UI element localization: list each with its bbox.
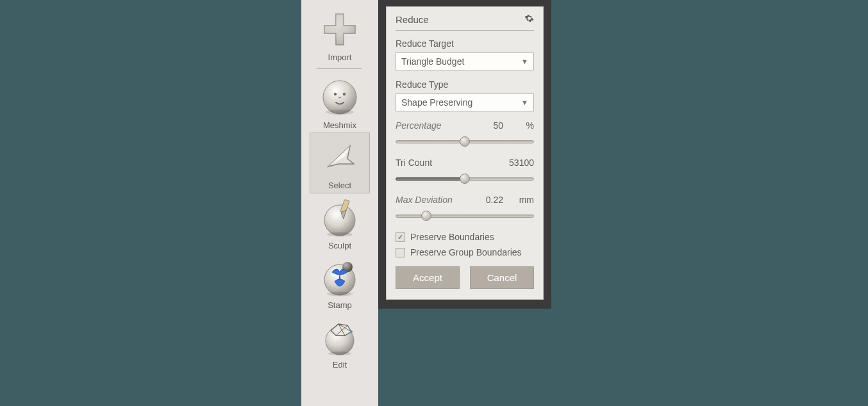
toolbar-item-edit[interactable]: Edit bbox=[310, 313, 370, 372]
svg-point-12 bbox=[350, 330, 353, 333]
toolbar-label-stamp: Stamp bbox=[328, 300, 352, 310]
tri-count-slider[interactable] bbox=[396, 173, 534, 184]
svg-point-3 bbox=[343, 93, 346, 95]
arrow-cursor-icon bbox=[319, 137, 360, 178]
reduce-target-label: Reduce Target bbox=[396, 38, 534, 49]
tri-count-value: 53100 bbox=[509, 158, 534, 168]
chevron-down-icon: ▼ bbox=[521, 58, 528, 65]
max-deviation-unit: mm bbox=[515, 195, 534, 205]
svg-point-1 bbox=[326, 110, 354, 115]
toolbar-label-sculpt: Sculpt bbox=[328, 241, 351, 250]
toolbar-label-select: Select bbox=[328, 181, 351, 190]
tri-count-row: Tri Count 53100 bbox=[396, 158, 534, 168]
tri-count-label: Tri Count bbox=[396, 158, 432, 168]
panel-buttons: Accept Cancel bbox=[396, 266, 534, 289]
max-deviation-label: Max Deviation bbox=[396, 195, 453, 205]
panel-title: Reduce bbox=[396, 14, 429, 25]
stamp-icon bbox=[319, 257, 360, 298]
svg-point-8 bbox=[327, 292, 353, 296]
percentage-label: Percentage bbox=[396, 120, 442, 131]
toolbar-item-import[interactable]: Import bbox=[310, 5, 370, 65]
preserve-boundaries-label: Preserve Boundaries bbox=[410, 232, 494, 242]
checkbox-icon: ✓ bbox=[396, 232, 405, 242]
percentage-unit: % bbox=[515, 120, 534, 131]
toolbar-item-meshmix[interactable]: Meshmix bbox=[310, 73, 370, 133]
checkbox-icon bbox=[396, 248, 405, 257]
max-deviation-value: 0.22 bbox=[486, 195, 503, 205]
reduce-type-value: Shape Preserving bbox=[401, 97, 472, 108]
max-deviation-slider[interactable] bbox=[396, 210, 534, 222]
gear-icon[interactable] bbox=[524, 13, 534, 25]
toolbar-divider bbox=[317, 69, 362, 69]
percentage-value: 50 bbox=[493, 120, 503, 131]
toolbar-item-sculpt[interactable]: Sculpt bbox=[310, 193, 370, 253]
preserve-group-boundaries-label: Preserve Group Boundaries bbox=[410, 247, 522, 257]
preserve-boundaries-checkbox[interactable]: ✓ Preserve Boundaries bbox=[396, 232, 534, 242]
chevron-down-icon: ▼ bbox=[521, 99, 528, 106]
percentage-slider[interactable] bbox=[396, 136, 534, 147]
svg-point-2 bbox=[334, 93, 337, 95]
svg-point-11 bbox=[328, 352, 351, 355]
max-deviation-row: Max Deviation 0.22 mm bbox=[396, 195, 534, 205]
percentage-row: Percentage 50 % bbox=[396, 120, 534, 131]
cancel-button[interactable]: Cancel bbox=[470, 266, 534, 289]
main-toolbar: Import Meshmix Select Sculpt bbox=[301, 0, 378, 406]
reduce-panel: Reduce Reduce Target Triangle Budget ▼ R… bbox=[386, 6, 544, 300]
toolbar-label-meshmix: Meshmix bbox=[323, 120, 356, 130]
reduce-type-select[interactable]: Shape Preserving ▼ bbox=[396, 93, 534, 111]
reduce-type-label: Reduce Type bbox=[396, 79, 534, 90]
panel-header: Reduce bbox=[396, 13, 534, 31]
toolbar-item-select[interactable]: Select bbox=[310, 133, 370, 193]
svg-point-4 bbox=[324, 205, 355, 236]
accept-button[interactable]: Accept bbox=[396, 266, 460, 289]
toolbar-label-import: Import bbox=[328, 53, 352, 62]
preserve-group-boundaries-checkbox[interactable]: Preserve Group Boundaries bbox=[396, 247, 534, 257]
toolbar-label-edit: Edit bbox=[333, 360, 347, 369]
reduce-target-select[interactable]: Triangle Budget ▼ bbox=[396, 53, 534, 70]
edit-mesh-icon bbox=[319, 316, 360, 357]
panel-container: Reduce Reduce Target Triangle Budget ▼ R… bbox=[378, 0, 551, 309]
sculpt-brush-icon bbox=[319, 197, 360, 238]
toolbar-item-stamp[interactable]: Stamp bbox=[310, 253, 370, 313]
svg-point-5 bbox=[327, 232, 353, 237]
plus-icon bbox=[319, 9, 360, 50]
reduce-target-value: Triangle Budget bbox=[401, 56, 464, 67]
face-sphere-icon bbox=[319, 77, 360, 118]
svg-point-0 bbox=[323, 81, 356, 114]
